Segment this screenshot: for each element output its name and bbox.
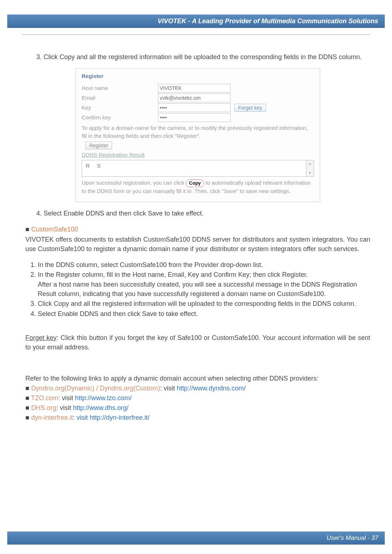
result-label: DDNS Registration Result <box>82 151 314 159</box>
provider-dhs: DHS.org <box>31 404 56 411</box>
copy-pill[interactable]: Copy <box>186 180 204 187</box>
provider-tzo: TZO.com <box>31 394 58 402</box>
customsafe-li1: 1. In the DDNS column, select CustomSafe… <box>25 260 370 270</box>
bullet: ■ <box>25 414 31 421</box>
customsafe-li2b: After a host name has been successfully … <box>25 280 370 299</box>
upon-success-text: Upon successful registration, you can cl… <box>82 179 314 195</box>
dyndns-link[interactable]: http://www.dyndns.com/ <box>177 385 246 392</box>
confirm-key-input[interactable] <box>158 113 230 122</box>
provider-dyndns: Dyndns.org(Dynamic) / Dyndns.org(Custom) <box>31 385 160 392</box>
apply-text: To apply for a domain name for the camer… <box>82 124 314 140</box>
email-input[interactable] <box>158 94 230 102</box>
bullet: ■ <box>25 404 31 411</box>
upon-text-1: Upon successful registration, you can cl… <box>82 180 186 186</box>
customsafe-section: ■ CustomSafe100 VIVOTEK offers documents… <box>25 225 370 319</box>
forget-key-text: : Click this button if you forget the ke… <box>25 334 370 351</box>
visit-text: : visit <box>56 404 73 411</box>
provider-dyninterfree: dyn-interfree.it <box>31 414 73 421</box>
providers-intro: Refer to the following links to apply a … <box>25 374 370 383</box>
bullet: ■ <box>25 394 31 402</box>
forget-key-button[interactable]: Forget key <box>234 104 266 112</box>
customsafe-li3: 3. Click Copy and all the registered inf… <box>25 299 370 308</box>
scroll-down-icon[interactable]: ▼ <box>308 171 312 176</box>
key-input[interactable] <box>158 103 230 112</box>
providers-section: Refer to the following links to apply a … <box>25 374 370 422</box>
forget-key-label: Forget key <box>25 334 57 341</box>
scrollbar[interactable]: ▲ ▼ <box>306 160 314 177</box>
customsafe-li4: 4. Select Enable DDNS and then click Sav… <box>25 309 370 319</box>
page-content: 3. Click Copy and all the registered inf… <box>0 35 392 422</box>
tzo-link[interactable]: http://www.tzo.com/ <box>75 394 132 402</box>
bullet: ■ <box>25 385 31 392</box>
scroll-up-icon[interactable]: ▲ <box>308 161 312 167</box>
register-heading: Register <box>82 72 314 80</box>
customsafe-p1: VIVOTEK offers documents to establish Cu… <box>25 235 370 254</box>
visit-text: : visit <box>73 414 90 421</box>
footer-bar: User's Manual - 37 <box>7 532 385 545</box>
customsafe-li2a: 2. In the Register column, fill in the H… <box>25 270 370 279</box>
customsafe-heading: CustomSafe100 <box>31 226 78 233</box>
step-4-text: 4. Select Enable DDNS and then click Sav… <box>36 209 370 218</box>
hostname-input[interactable] <box>158 84 230 93</box>
step-3-text: 3. Click Copy and all the registered inf… <box>36 52 370 62</box>
visit-text: : visit <box>160 385 177 392</box>
footer-text: User's Manual - 37 <box>327 534 378 541</box>
hostname-label: Host name <box>82 84 158 92</box>
confirm-key-label: Confirm key <box>82 114 158 122</box>
dyninterfree-link[interactable]: http://dyn-interfree.it/ <box>90 414 150 421</box>
header-bar: VIVOTEK - A Leading Provider of Multimed… <box>7 15 385 28</box>
email-label: Email <box>82 94 158 102</box>
dhs-link[interactable]: http://www.dhs.org/ <box>73 404 128 411</box>
bullet: ■ <box>25 226 31 233</box>
visit-text: : visit <box>58 394 75 402</box>
key-label: Key <box>82 104 158 112</box>
register-panel: Register Host name Email Key Forget key … <box>75 68 320 202</box>
result-textarea[interactable]: R S <box>82 160 306 177</box>
header-title: VIVOTEK - A Leading Provider of Multimed… <box>158 17 378 25</box>
register-button[interactable]: Register <box>85 141 112 149</box>
forget-key-paragraph: Forget key: Click this button if you for… <box>25 333 370 352</box>
